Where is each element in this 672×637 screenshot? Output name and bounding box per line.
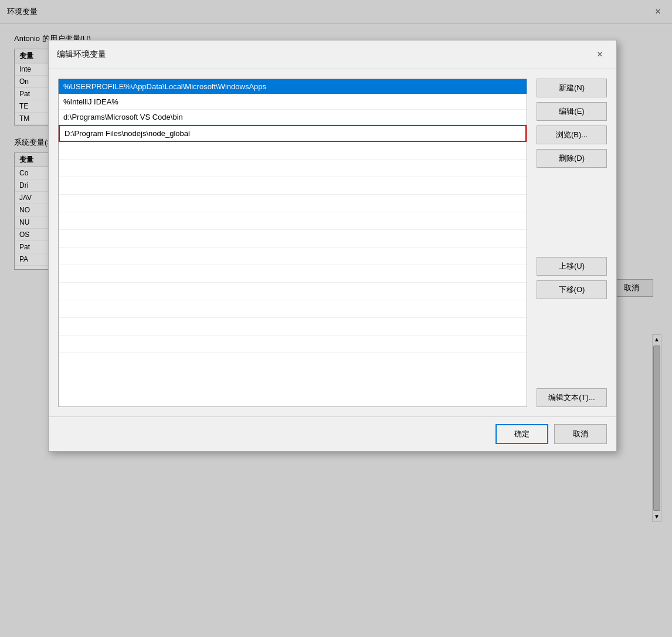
spacer2 [537,304,607,384]
path-item-empty-8 [59,265,527,283]
path-item-2[interactable]: d:\Programs\Microsoft VS Code\bin [59,110,527,125]
path-item-1[interactable]: %IntelliJ IDEA% [59,94,527,110]
path-item-empty-12 [59,336,527,353]
path-item-empty-6 [59,230,527,248]
path-item-empty-3 [59,177,527,195]
path-item-3[interactable]: D:\Program Files\nodejs\node_global [59,125,527,142]
path-item-empty-10 [59,300,527,318]
browse-button[interactable]: 浏览(B)... [537,126,607,144]
dialog-cancel-button[interactable]: 取消 [554,424,607,444]
dialog-action-buttons: 新建(N) 编辑(E) 浏览(B)... 删除(D) 上移(U) 下移(O) 编… [537,79,607,407]
dialog-confirm-button[interactable]: 确定 [495,424,548,444]
path-item-empty-1 [59,142,527,160]
dialog-title: 编辑环境变量 [57,49,106,60]
dialog-body: %USERPROFILE%\AppData\Local\Microsoft\Wi… [49,69,616,416]
path-item-empty-5 [59,212,527,230]
delete-button[interactable]: 删除(D) [537,149,607,168]
dialog-titlebar: 编辑环境变量 × [49,40,616,69]
edit-env-dialog: 编辑环境变量 × %USERPROFILE%\AppData\Local\Mic… [48,40,617,452]
path-item-0[interactable]: %USERPROFILE%\AppData\Local\Microsoft\Wi… [59,79,527,94]
dialog-close-button[interactable]: × [592,46,608,63]
edit-button[interactable]: 编辑(E) [537,102,607,121]
spacer [537,172,607,252]
path-item-empty-11 [59,318,527,336]
path-item-empty-9 [59,283,527,300]
path-item-empty-2 [59,160,527,177]
path-item-empty-7 [59,248,527,265]
path-item-empty-4 [59,195,527,212]
dialog-footer: 确定 取消 [49,416,616,451]
dialog-overlay: 编辑环境变量 × %USERPROFILE%\AppData\Local\Mic… [0,0,672,637]
edit-text-button[interactable]: 编辑文本(T)... [537,388,607,407]
path-list[interactable]: %USERPROFILE%\AppData\Local\Microsoft\Wi… [58,79,527,407]
move-down-button[interactable]: 下移(O) [537,280,607,299]
new-button[interactable]: 新建(N) [537,79,607,97]
move-up-button[interactable]: 上移(U) [537,257,607,276]
